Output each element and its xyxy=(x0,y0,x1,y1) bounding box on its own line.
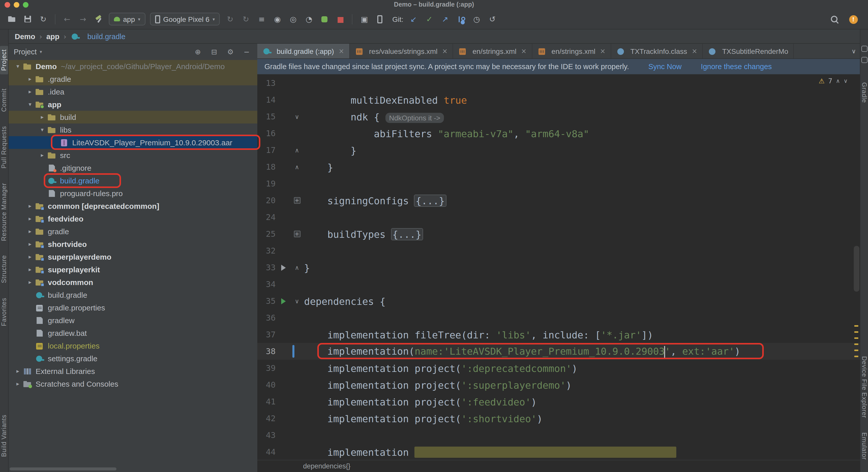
code-line-36[interactable]: 36 xyxy=(257,309,860,326)
fold-marker-icon[interactable]: + xyxy=(291,197,303,204)
run-gutter-icon[interactable] xyxy=(276,298,291,304)
collapse-all-icon[interactable]: ⊟ xyxy=(209,46,220,58)
close-tab-icon[interactable]: × xyxy=(692,47,698,55)
stop-icon[interactable]: ■ xyxy=(335,13,346,25)
code-line-24[interactable]: 24 xyxy=(257,209,860,226)
close-tab-icon[interactable]: × xyxy=(339,47,344,55)
rollback-icon[interactable]: ↺ xyxy=(487,13,498,25)
next-problem-icon[interactable]: ∨ xyxy=(844,78,848,85)
search-everywhere-icon[interactable] xyxy=(829,14,840,25)
tree-item-build[interactable]: ▸build xyxy=(9,111,257,124)
chevron-right-icon[interactable]: ▸ xyxy=(13,380,23,387)
tree-item-gradle[interactable]: ▸.gradle xyxy=(9,73,257,86)
tree-item-settings-gradle[interactable]: settings.gradle xyxy=(9,352,257,365)
tree-item-feedvideo[interactable]: ▸feedvideo xyxy=(9,212,257,225)
code-line-16[interactable]: 16 abiFilters "armeabi-v7a", "arm64-v8a" xyxy=(257,125,860,142)
run-tasks-icon[interactable]: ≡ xyxy=(256,13,267,25)
editor-tab-txsubtitlerendermo[interactable]: TXSubtitleRenderMo xyxy=(703,44,794,59)
project-view-selector[interactable]: Project xyxy=(14,48,37,56)
warning-stripe-mark[interactable] xyxy=(854,349,858,351)
sync-now-link[interactable]: Sync Now xyxy=(648,63,682,71)
code-line-44[interactable]: 44 implementation xyxy=(257,443,860,460)
line-number[interactable]: 13 xyxy=(257,78,276,88)
code-line-43[interactable]: 43 xyxy=(257,427,860,443)
chevron-right-icon[interactable]: ▸ xyxy=(25,76,35,82)
tool-window-button-favorites[interactable]: Favorites xyxy=(1,298,8,326)
code-line-25[interactable]: 25+ buildTypes {...} xyxy=(257,226,860,242)
breadcrumb-item-app[interactable]: app xyxy=(46,32,60,40)
prev-problem-icon[interactable]: ∧ xyxy=(836,78,840,85)
zoom-button[interactable] xyxy=(23,2,29,8)
profiler-icon[interactable]: ◔ xyxy=(303,13,314,25)
editor-breadcrumb-item[interactable]: dependencies{} xyxy=(303,462,350,470)
line-number[interactable]: 33 xyxy=(257,263,276,272)
editor-tab-en-strings-xml[interactable]: en/strings.xml× xyxy=(453,44,532,59)
line-number[interactable]: 15 xyxy=(257,112,276,122)
chevron-right-icon[interactable]: ▸ xyxy=(13,368,23,374)
chevron-down-icon[interactable]: ▾ xyxy=(37,127,47,133)
profile-app-icon[interactable] xyxy=(319,13,330,25)
hide-icon[interactable]: − xyxy=(241,46,252,58)
tree-item-external-libraries[interactable]: ▸External Libraries xyxy=(9,365,257,377)
forward-icon[interactable]: → xyxy=(77,13,89,25)
line-number[interactable]: 44 xyxy=(257,447,276,457)
code-line-32[interactable]: 32 xyxy=(257,242,860,259)
debug-icon[interactable]: ◉ xyxy=(272,13,283,25)
save-all-icon[interactable] xyxy=(22,13,33,25)
chevron-right-icon[interactable]: ▸ xyxy=(37,114,47,121)
tree-item-common-deprecatedcommon[interactable]: ▸common [deprecatedcommon] xyxy=(9,200,257,212)
breadcrumb-item-file[interactable]: build.gradle xyxy=(87,32,125,40)
line-number[interactable]: 41 xyxy=(257,397,276,406)
line-number[interactable]: 16 xyxy=(257,129,276,138)
code-line-35[interactable]: 35∨dependencies { xyxy=(257,293,860,309)
fold-marker-icon[interactable]: ∨ xyxy=(291,113,303,120)
tree-item-idea[interactable]: ▸.idea xyxy=(9,86,257,98)
close-tab-icon[interactable]: × xyxy=(442,47,448,55)
warning-stripe-mark[interactable] xyxy=(854,356,858,357)
tree-item-build-gradle[interactable]: build.gradle xyxy=(9,289,257,301)
back-icon[interactable]: ← xyxy=(62,13,73,25)
chevron-right-icon[interactable]: ▸ xyxy=(37,152,47,159)
breadcrumb-item-demo[interactable]: Demo xyxy=(15,32,35,40)
run-configuration-select[interactable]: app▾ xyxy=(109,13,146,25)
line-number[interactable]: 43 xyxy=(257,430,276,440)
coverage-icon[interactable]: ◎ xyxy=(287,13,299,25)
tool-window-button-structure[interactable]: Structure xyxy=(1,255,8,283)
chevron-right-icon[interactable]: ▸ xyxy=(25,89,35,95)
chevron-right-icon[interactable]: ▸ xyxy=(25,266,35,273)
open-icon[interactable] xyxy=(6,13,17,25)
code-line-33[interactable]: 33∧} xyxy=(257,259,860,276)
line-number[interactable]: 36 xyxy=(257,313,276,323)
code-line-14[interactable]: 14 multiDexEnabled true xyxy=(257,92,860,108)
tool-window-button-gradle[interactable]: Gradle xyxy=(861,82,868,103)
chevron-down-icon[interactable]: ▾ xyxy=(25,101,35,108)
editor-tab-res-values-strings-xml[interactable]: res/values/strings.xml× xyxy=(350,44,453,59)
line-number[interactable]: 40 xyxy=(257,380,276,390)
tree-item-shortvideo[interactable]: ▸shortvideo xyxy=(9,238,257,250)
tree-item-scratches-and-consoles[interactable]: ▸Scratches and Consoles xyxy=(9,377,257,390)
chevron-right-icon[interactable]: ▸ xyxy=(25,228,35,235)
history-icon[interactable]: ◷ xyxy=(471,13,482,25)
chevron-down-icon[interactable]: ▾ xyxy=(13,63,23,70)
inspection-widget[interactable]: ⚠ 7 ∧ ∨ xyxy=(819,77,848,85)
editor-tab-build-gradle-app[interactable]: build.gradle (:app)× xyxy=(257,44,350,59)
tree-item-superplayerkit[interactable]: ▸superplayerkit xyxy=(9,263,257,276)
code-line-13[interactable]: 13 xyxy=(257,75,860,92)
sync-icon[interactable]: ↻ xyxy=(38,13,49,25)
tree-item-app[interactable]: ▾app xyxy=(9,98,257,111)
horizontal-scrollbar[interactable] xyxy=(10,467,117,470)
warning-stripe-mark[interactable] xyxy=(854,325,858,327)
line-number[interactable]: 18 xyxy=(257,162,276,172)
chevron-right-icon[interactable]: ▸ xyxy=(25,254,35,260)
chevron-right-icon[interactable]: ▸ xyxy=(25,215,35,222)
line-number[interactable]: 14 xyxy=(257,95,276,105)
apply-changes-icon[interactable]: ↻ xyxy=(224,13,236,25)
code-line-15[interactable]: 15∨ ndk { NdkOptions it -> xyxy=(257,108,860,125)
tool-window-button-commit[interactable]: Commit xyxy=(1,89,8,112)
tree-item-demo[interactable]: ▾Demo~/av_project_code/Github/Player_And… xyxy=(9,60,257,73)
code-line-40[interactable]: 40 implementation project(':superplayerd… xyxy=(257,376,860,393)
tree-item-gradlew[interactable]: gradlew xyxy=(9,314,257,327)
tree-item-src[interactable]: ▸src xyxy=(9,149,257,162)
tool-window-button-project[interactable]: Project xyxy=(0,46,8,74)
code-line-37[interactable]: 37 implementation fileTree(dir: 'libs', … xyxy=(257,326,860,343)
